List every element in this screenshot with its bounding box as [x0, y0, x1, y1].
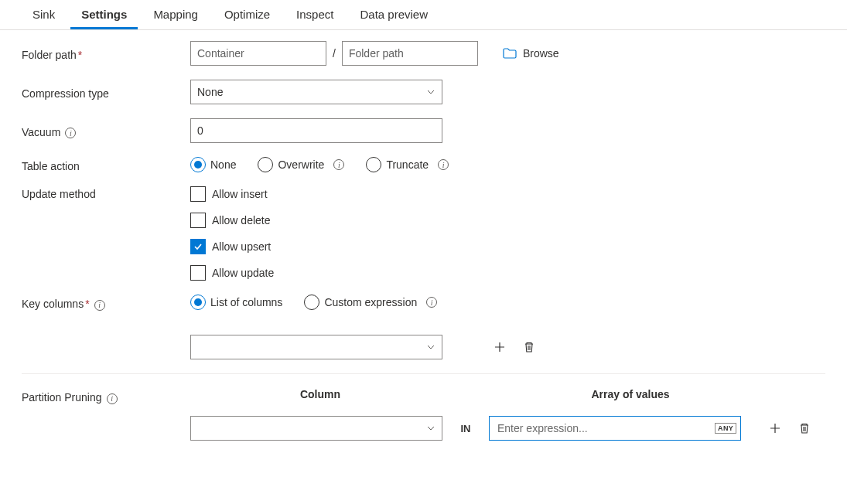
allow-upsert-checkbox[interactable]: Allow upsert — [190, 239, 825, 254]
delete-key-column-button[interactable] — [517, 335, 541, 359]
key-columns-label: Key columns* — [22, 295, 190, 311]
trash-icon — [798, 422, 811, 434]
chevron-down-icon — [426, 342, 435, 352]
compression-select[interactable]: None — [190, 80, 442, 104]
info-icon[interactable] — [65, 128, 76, 138]
allow-update-checkbox[interactable]: Allow update — [190, 265, 825, 281]
info-icon[interactable] — [333, 159, 344, 170]
browse-label: Browse — [523, 47, 559, 60]
folder-icon — [503, 48, 517, 59]
radio-label: Custom expression — [324, 296, 417, 308]
trash-icon — [523, 341, 535, 353]
required-marker: * — [85, 298, 89, 310]
radio-label: List of columns — [210, 296, 282, 308]
radio-label: None — [210, 158, 236, 171]
vacuum-input[interactable] — [190, 118, 442, 143]
any-badge[interactable]: ANY — [715, 423, 736, 434]
tab-settings[interactable]: Settings — [70, 0, 138, 29]
table-action-truncate[interactable]: Truncate — [366, 157, 449, 172]
plus-icon — [769, 422, 781, 434]
allow-delete-checkbox[interactable]: Allow delete — [190, 213, 825, 228]
folder-path-input[interactable] — [342, 41, 478, 66]
container-input[interactable] — [190, 41, 326, 66]
update-method-label: Update method — [22, 186, 190, 200]
required-marker: * — [78, 49, 82, 61]
pruning-column-select[interactable] — [190, 416, 442, 441]
chevron-down-icon — [426, 87, 435, 97]
allow-insert-checkbox[interactable]: Allow insert — [190, 186, 825, 202]
chevron-down-icon — [426, 424, 435, 433]
pruning-expression-input[interactable] — [489, 416, 741, 441]
table-action-overwrite[interactable]: Overwrite — [258, 157, 344, 172]
browse-button[interactable]: Browse — [503, 47, 559, 60]
tab-sink[interactable]: Sink — [22, 0, 66, 29]
partition-pruning-label: Partition Pruning — [22, 388, 190, 404]
compression-label: Compression type — [22, 84, 190, 100]
vacuum-label: Vacuum — [22, 123, 190, 139]
tab-bar: Sink Settings Mapping Optimize Inspect D… — [0, 0, 847, 30]
tab-inspect[interactable]: Inspect — [285, 0, 344, 29]
info-icon[interactable] — [426, 297, 437, 308]
checkbox-label: Allow delete — [212, 214, 271, 226]
add-key-column-button[interactable] — [487, 335, 512, 359]
plus-icon — [494, 341, 506, 353]
tab-optimize[interactable]: Optimize — [213, 0, 281, 29]
folder-path-label: Folder path* — [22, 46, 190, 61]
checkbox-label: Allow insert — [212, 188, 268, 200]
info-icon[interactable] — [94, 300, 105, 311]
tab-mapping[interactable]: Mapping — [142, 0, 209, 29]
path-separator: / — [333, 47, 336, 60]
delete-pruning-row-button[interactable] — [792, 416, 817, 441]
key-columns-custom[interactable]: Custom expression — [304, 295, 437, 310]
tab-data-preview[interactable]: Data preview — [349, 0, 439, 29]
pruning-header-values: Array of values — [504, 388, 756, 400]
table-action-none[interactable]: None — [190, 157, 236, 172]
compression-value: None — [197, 86, 223, 98]
radio-label: Truncate — [386, 158, 429, 171]
pruning-in-label: IN — [450, 423, 481, 434]
add-pruning-row-button[interactable] — [763, 416, 787, 441]
info-icon[interactable] — [438, 159, 449, 170]
key-columns-list[interactable]: List of columns — [190, 295, 282, 310]
table-action-label: Table action — [22, 157, 190, 172]
checkbox-label: Allow upsert — [212, 240, 271, 253]
info-icon[interactable] — [107, 393, 118, 404]
pruning-header-column: Column — [190, 388, 450, 400]
radio-label: Overwrite — [278, 158, 324, 171]
key-column-select[interactable] — [190, 335, 442, 359]
checkbox-label: Allow update — [212, 267, 274, 279]
